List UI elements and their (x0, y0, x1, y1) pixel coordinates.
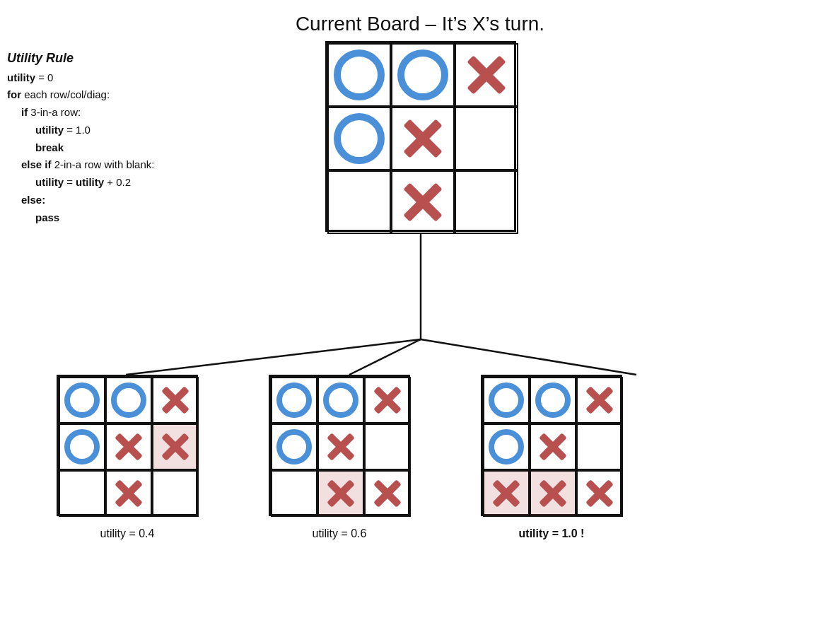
b2-cell-1-1 (317, 424, 364, 470)
o-piece (276, 429, 312, 465)
board-1-grid (57, 375, 198, 516)
b1-cell-1-2 (152, 424, 199, 470)
b1-cell-0-1 (105, 377, 152, 424)
x-piece (398, 177, 448, 227)
b3-cell-0-0 (483, 377, 530, 424)
bottom-boards-container: utility = 0.4 utility = 0.6 (57, 375, 622, 540)
bottom-board-2: utility = 0.6 (269, 375, 410, 540)
b1-cell-2-0 (59, 470, 105, 517)
page-title: Current Board – It’s X’s turn. (0, 0, 840, 35)
b2-cell-1-2 (364, 424, 411, 470)
utility-rule-line-7: utility = utility + 0.2 (7, 174, 163, 192)
svg-line-2 (349, 339, 421, 375)
x-piece (371, 383, 404, 417)
x-piece (158, 383, 192, 417)
o-piece (334, 113, 385, 164)
utility-rule-line-3: if 3-in-a row: (7, 104, 163, 122)
o-piece (111, 382, 146, 418)
x-piece (371, 477, 404, 510)
bottom-board-1: utility = 0.4 (57, 375, 198, 540)
x-piece-new (324, 477, 358, 510)
b2-cell-0-2 (364, 377, 411, 424)
cell-1-1 (391, 107, 455, 170)
o-piece (334, 49, 385, 100)
utility-rule-line-5: break (7, 139, 163, 157)
top-board-grid (325, 41, 516, 232)
b1-cell-0-0 (59, 377, 105, 424)
o-piece (64, 382, 100, 418)
svg-line-3 (421, 339, 636, 375)
b2-cell-2-0 (271, 470, 317, 517)
b3-cell-0-2 (576, 377, 623, 424)
utility-rule-line-9: pass (7, 209, 163, 227)
cell-0-1 (391, 43, 455, 107)
b1-cell-0-2 (152, 377, 199, 424)
o-piece (535, 382, 571, 418)
cell-2-0 (327, 170, 391, 234)
b2-cell-0-1 (317, 377, 364, 424)
x-piece (583, 383, 617, 417)
utility-rule-panel: Utility Rule utility = 0 for each row/co… (7, 48, 163, 226)
utility-rule-line-1: utility = 0 (7, 69, 163, 87)
b3-cell-2-1 (530, 470, 576, 517)
b3-cell-1-1 (530, 424, 576, 470)
x-piece-new (158, 430, 192, 464)
utility-label-1: utility = 0.4 (100, 527, 155, 540)
cell-2-1 (391, 170, 455, 234)
svg-line-1 (126, 339, 421, 375)
b3-cell-0-1 (530, 377, 576, 424)
bottom-board-3: utility = 1.0 ! (481, 375, 622, 540)
x-piece (462, 50, 511, 100)
x-piece (398, 114, 448, 163)
utility-rule-line-2: for each row/col/diag: (7, 86, 163, 104)
cell-1-0 (327, 107, 391, 170)
b3-cell-1-0 (483, 424, 530, 470)
cell-0-0 (327, 43, 391, 107)
b2-cell-0-0 (271, 377, 317, 424)
o-piece (489, 382, 524, 418)
o-piece (323, 382, 358, 418)
top-board (325, 41, 516, 232)
o-piece (64, 429, 100, 465)
board-2-grid (269, 375, 410, 516)
x-piece (536, 430, 570, 464)
board-3-grid (481, 375, 622, 516)
x-piece-new2 (536, 477, 570, 510)
cell-2-2 (455, 170, 518, 234)
o-piece (489, 429, 524, 465)
b1-cell-1-1 (105, 424, 152, 470)
o-piece (397, 49, 448, 100)
utility-rule-line-4: utility = 1.0 (7, 122, 163, 139)
b2-cell-2-2 (364, 470, 411, 517)
b3-cell-1-2 (576, 424, 623, 470)
utility-rule-line-8: else: (7, 192, 163, 209)
b3-cell-2-2 (576, 470, 623, 517)
x-piece (112, 477, 146, 510)
utility-label-2: utility = 0.6 (313, 527, 367, 540)
x-piece (583, 477, 617, 510)
b2-cell-2-1 (317, 470, 364, 517)
o-piece (276, 382, 312, 418)
b1-cell-2-2 (152, 470, 199, 517)
utility-label-3: utility = 1.0 ! (519, 527, 585, 540)
utility-rule-heading: Utility Rule (7, 48, 163, 69)
b3-cell-2-0 (483, 470, 530, 517)
b1-cell-1-0 (59, 424, 105, 470)
cell-0-2 (455, 43, 518, 107)
x-piece (324, 430, 358, 464)
x-piece (112, 430, 146, 464)
b1-cell-2-1 (105, 470, 152, 517)
b2-cell-1-0 (271, 424, 317, 470)
x-piece-new (489, 477, 523, 510)
cell-1-2 (455, 107, 518, 170)
utility-rule-line-6: else if 2-in-a row with blank: (7, 156, 163, 174)
